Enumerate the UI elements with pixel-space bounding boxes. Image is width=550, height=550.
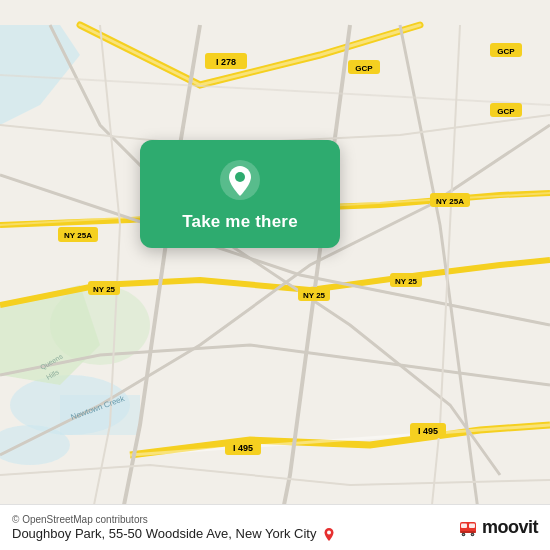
svg-text:NY 25: NY 25 <box>93 285 116 294</box>
moovit-logo: moovit <box>458 517 538 538</box>
map-svg: I 278 GCP GCP GCP NY 25A 25A NY 25A NY 2… <box>0 0 550 550</box>
destination-pin-icon <box>322 527 336 541</box>
svg-text:I 278: I 278 <box>216 57 236 67</box>
svg-text:NY 25: NY 25 <box>303 291 326 300</box>
bottom-left: © OpenStreetMap contributors Doughboy Pa… <box>12 514 336 541</box>
svg-point-35 <box>235 172 245 182</box>
svg-point-36 <box>327 530 331 534</box>
svg-text:I 495: I 495 <box>233 443 253 453</box>
location-info: Doughboy Park, 55-50 Woodside Ave, New Y… <box>12 526 316 541</box>
osm-attribution: © OpenStreetMap contributors <box>12 514 336 525</box>
take-me-card[interactable]: Take me there <box>140 140 340 248</box>
svg-text:NY 25: NY 25 <box>395 277 418 286</box>
svg-point-43 <box>463 533 465 535</box>
svg-rect-40 <box>460 531 476 533</box>
bottom-bar: © OpenStreetMap contributors Doughboy Pa… <box>0 504 550 550</box>
svg-text:NY 25A: NY 25A <box>436 197 464 206</box>
svg-text:GCP: GCP <box>497 107 515 116</box>
svg-text:I 495: I 495 <box>418 426 438 436</box>
svg-text:GCP: GCP <box>355 64 373 73</box>
svg-text:GCP: GCP <box>497 47 515 56</box>
take-me-label: Take me there <box>182 212 298 232</box>
moovit-bus-icon <box>458 518 478 538</box>
location-pin-icon <box>218 158 262 202</box>
svg-text:NY 25A: NY 25A <box>64 231 92 240</box>
map-container: I 278 GCP GCP GCP NY 25A 25A NY 25A NY 2… <box>0 0 550 550</box>
moovit-text: moovit <box>482 517 538 538</box>
svg-point-44 <box>472 533 474 535</box>
svg-rect-38 <box>461 523 467 528</box>
svg-rect-39 <box>469 523 475 528</box>
